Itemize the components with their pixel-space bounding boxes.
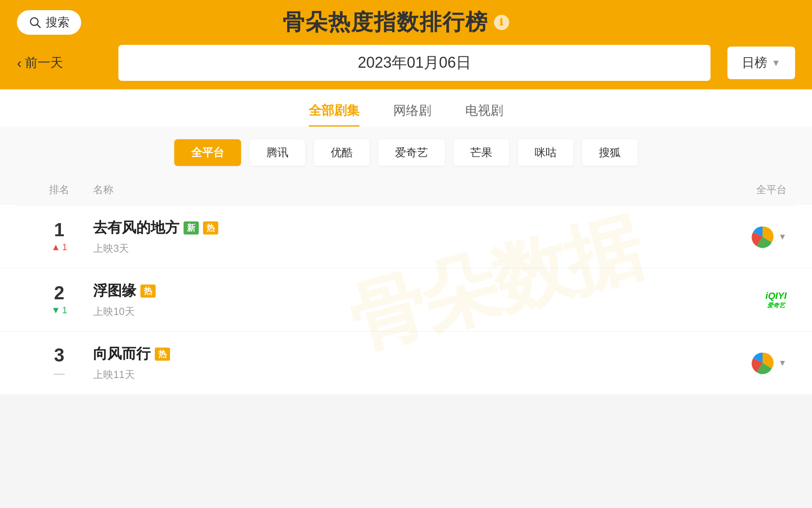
item-sub-3: 上映11天: [93, 368, 702, 381]
rank-change-value-2: 1: [62, 305, 67, 316]
chart-type-label: 日榜: [742, 54, 767, 72]
content-area: 全部剧集 网络剧 电视剧 全平台 腾讯 优酷 爱奇艺 芒果 咪咕 搜狐 排名 名…: [0, 89, 812, 394]
rank-block-3: 3 —: [25, 346, 93, 380]
platform-youku-button[interactable]: 优酷: [314, 139, 370, 166]
up-arrow-icon: ▲: [51, 242, 60, 253]
platform-mango-button[interactable]: 芒果: [453, 139, 509, 166]
expand-icon-1[interactable]: ▼: [778, 232, 787, 242]
tab-all-dramas[interactable]: 全部剧集: [309, 102, 359, 127]
page-title: 骨朵热度指数排行榜 ℹ: [283, 8, 509, 37]
platform-filter: 全平台 腾讯 优酷 爱奇艺 芒果 咪咕 搜狐: [0, 127, 812, 174]
item-sub-1: 上映3天: [93, 242, 702, 255]
item-info-3: 向风而行 热 上映11天: [93, 344, 702, 381]
rank-block-1: 1 ▲ 1: [25, 221, 93, 253]
search-label: 搜索: [46, 14, 69, 30]
list-item: 1 ▲ 1 去有风的地方 新 热 上映3天 ▼: [0, 205, 812, 268]
expand-icon-3[interactable]: ▼: [778, 358, 787, 368]
pie-chart-icon-1: [751, 225, 774, 248]
rank-number-1: 1: [54, 221, 64, 239]
platform-miaopai-button[interactable]: 咪咕: [518, 139, 573, 166]
rank-change-2: ▼ 1: [51, 305, 67, 316]
tab-web-dramas[interactable]: 网络剧: [393, 102, 431, 127]
col-platform-header: 全平台: [702, 183, 787, 196]
rank-block-2: 2 ▼ 1: [25, 284, 93, 316]
pie-chart-icon-3: [751, 351, 774, 374]
rank-change-1: ▲ 1: [51, 242, 67, 253]
item-platform-1: ▼: [702, 225, 787, 248]
rank-change-3: —: [54, 367, 65, 380]
iqiyi-logo: iQIYI 爱奇艺: [765, 290, 787, 309]
chevron-down-icon: ▼: [771, 58, 781, 69]
badge-new-1: 新: [184, 221, 199, 235]
platform-sohu-button[interactable]: 搜狐: [582, 139, 638, 166]
iqiyi-sub: 爱奇艺: [767, 302, 785, 309]
item-sub-2: 上映10天: [93, 305, 702, 318]
search-button[interactable]: 搜索: [17, 10, 81, 35]
rank-change-value-1: 1: [62, 242, 67, 253]
item-platform-3: ▼: [702, 351, 787, 374]
rank-number-3: 3: [54, 346, 64, 364]
item-info-2: 浮图缘 热 上映10天: [93, 281, 702, 318]
platform-iqiyi-button[interactable]: 爱奇艺: [378, 139, 445, 166]
item-title-row-2: 浮图缘 热: [93, 281, 702, 301]
category-tabs: 全部剧集 网络剧 电视剧: [0, 89, 812, 127]
badge-hot-1: 热: [203, 221, 218, 235]
header: 搜索 骨朵热度指数排行榜 ℹ: [0, 0, 812, 45]
svg-line-1: [37, 25, 40, 28]
chevron-left-icon: ‹: [17, 55, 22, 71]
platform-tencent-button[interactable]: 腾讯: [250, 139, 305, 166]
prev-day-label: 前一天: [25, 54, 63, 72]
table-header: 排名 名称 全平台: [0, 174, 812, 205]
col-name-header: 名称: [93, 183, 702, 196]
platform-all-button[interactable]: 全平台: [174, 139, 241, 166]
item-title-row-3: 向风而行 热: [93, 344, 702, 364]
date-display: 2023年01月06日: [118, 45, 710, 81]
chart-type-button[interactable]: 日榜 ▼: [727, 47, 795, 79]
tab-tv-dramas[interactable]: 电视剧: [465, 102, 503, 127]
item-title-3: 向风而行: [93, 344, 151, 364]
down-arrow-icon: ▼: [51, 305, 60, 316]
prev-day-button[interactable]: ‹ 前一天: [17, 54, 102, 72]
item-platform-2: iQIYI 爱奇艺: [702, 290, 787, 309]
search-icon: [29, 16, 41, 29]
info-icon[interactable]: ℹ: [494, 15, 509, 30]
item-info-1: 去有风的地方 新 热 上映3天: [93, 218, 702, 255]
col-rank-header: 排名: [25, 183, 93, 196]
rank-number-2: 2: [54, 284, 64, 302]
list-item-3: 3 — 向风而行 热 上映11天 ▼: [0, 331, 812, 394]
item-title-1: 去有风的地方: [93, 218, 179, 237]
item-title-row-1: 去有风的地方 新 热: [93, 218, 702, 237]
list-item-2: 2 ▼ 1 浮图缘 热 上映10天 iQIYI 爱奇艺: [0, 268, 812, 331]
badge-hot-3: 热: [155, 348, 170, 361]
badge-hot-2: 热: [140, 284, 156, 298]
item-title-2: 浮图缘: [93, 281, 136, 301]
same-icon: —: [54, 367, 65, 380]
date-nav: ‹ 前一天 2023年01月06日 日榜 ▼: [0, 45, 812, 89]
